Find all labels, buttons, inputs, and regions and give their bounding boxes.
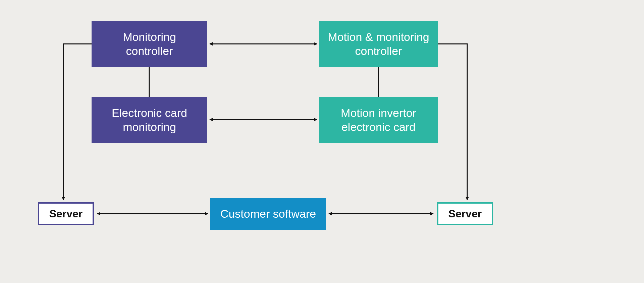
monitoring-controller-box: Monitoring controller: [92, 21, 207, 67]
motion-invertor-electronic-card-box: Motion invertor electronic card: [319, 97, 438, 143]
customer-software-box: Customer software: [210, 198, 326, 230]
motion-monitoring-controller-box: Motion & monitoring controller: [319, 21, 438, 67]
server-right-box: Server: [437, 202, 493, 225]
architecture-diagram: Monitoring controller Motion & monitorin…: [0, 0, 644, 283]
electronic-card-monitoring-box: Electronic card monitoring: [92, 97, 207, 143]
server-left-box: Server: [38, 202, 94, 225]
